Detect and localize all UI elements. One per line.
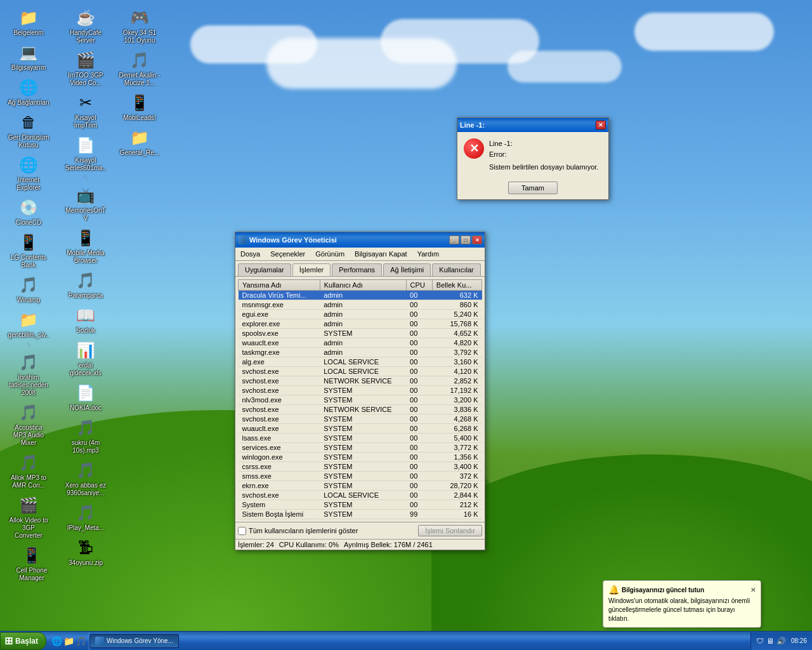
error-close-button[interactable]: ✕	[596, 121, 606, 129]
table-row[interactable]: svchost.exeNETWORK SERVICE003,836 K	[239, 405, 482, 415]
icon-allok-video[interactable]: 🎬 Allok Video to 3GP Converter	[6, 494, 51, 541]
table-row[interactable]: lsass.exeSYSTEM005,400 K	[239, 434, 482, 443]
table-row[interactable]: SystemSYSTEM00212 K	[239, 500, 482, 510]
tab-performans[interactable]: Performans	[332, 263, 382, 276]
start-button[interactable]: ⊞ Başlat	[0, 632, 46, 650]
media-quick-icon[interactable]: 🎵	[75, 636, 86, 646]
icon-gencbilim[interactable]: 📁 gencbilim_siv...	[6, 308, 51, 348]
icon-erdal[interactable]: 📊 erdal gidecek.xls	[63, 339, 108, 378]
icon-ag-baglantilari[interactable]: 🌐 Ağ Bağlantıları	[6, 76, 51, 108]
icon-ibrahim[interactable]: 🎵 ibrahim tatlises neden 2008	[6, 351, 51, 398]
show-all-users-checkbox[interactable]	[238, 527, 246, 535]
table-row[interactable]: wuauclt.exeSYSTEM006,268 K	[239, 424, 482, 434]
icon-okey[interactable]: 🎮 Okey 34 S1 101 Oyunu	[117, 6, 162, 46]
tab-kullanicilar[interactable]: Kullanıcılar	[432, 263, 480, 276]
ie-quick-icon[interactable]: 🌐	[51, 636, 62, 646]
icon-demet[interactable]: 🎵 Demet Akalin - Mucize 1...	[117, 49, 162, 88]
table-row[interactable]: msnmsgr.exeadmin00860 K	[239, 300, 482, 310]
taskbar-task-manager-btn[interactable]: Windows Görev Yöne...	[89, 634, 179, 648]
menu-yardim[interactable]: Yardım	[412, 249, 445, 259]
table-row[interactable]: svchost.exeLOCAL SERVICE002,844 K	[239, 491, 482, 500]
tray-speaker-icon[interactable]: 🔊	[776, 637, 786, 646]
col-name[interactable]: Yansıma Adı	[239, 280, 320, 291]
menu-secenekler[interactable]: Seçenekler	[265, 249, 310, 259]
icon-kisayol-series[interactable]: 📄 Kısayol Series601ma...	[63, 134, 108, 181]
menu-gorunum[interactable]: Görünüm	[310, 249, 350, 259]
table-row[interactable]: svchost.exeSYSTEM0017,192 K	[239, 386, 482, 395]
tab-ag-iletisimi[interactable]: Ağ İletişimi	[383, 263, 431, 276]
icon-belgelerim[interactable]: 📁 Belgelerim	[6, 6, 51, 38]
col-user[interactable]: Kullanıcı Adı	[320, 280, 406, 291]
icon-clonecd[interactable]: 💿 CloneCD	[6, 196, 51, 228]
task-manager-titlebar[interactable]: Windows Görev Yöneticisi _ □ ✕	[235, 232, 485, 248]
table-row[interactable]: wuauclt.exeadmin004,820 K	[239, 338, 482, 348]
icon-34oyunu[interactable]: 🗜 34oyunu.zip	[63, 536, 108, 568]
minimize-button[interactable]: _	[449, 235, 459, 244]
process-cpu: 99	[406, 510, 432, 519]
table-row[interactable]: ekrn.exeSYSTEM0028,720 K	[239, 481, 482, 491]
icon-iplay[interactable]: 🎵 IPlay_Meta...	[63, 501, 108, 533]
process-name: msnmsgr.exe	[239, 300, 320, 310]
table-row[interactable]: alg.exeLOCAL SERVICE003,160 K	[239, 357, 482, 367]
icon-memoriesontv[interactable]: 📺 MemoriesOnTV	[63, 184, 108, 223]
close-button[interactable]: ✕	[472, 235, 482, 244]
col-cpu[interactable]: CPU	[406, 280, 432, 291]
table-row[interactable]: svchost.exeNETWORK SERVICE002,852 K	[239, 376, 482, 386]
icon-allok-mp3[interactable]: 🎵 Allok MP3 to AMR Con...	[6, 451, 51, 491]
icon-sukru[interactable]: 🎵 sukru (4m 10s).mp3	[63, 416, 108, 456]
tab-islemler[interactable]: İşlemler	[292, 263, 331, 276]
icon-internet-explorer[interactable]: 🌐 Internet Explorer	[6, 154, 51, 193]
icon-lg-contents[interactable]: 📱 LG Contents Bank	[6, 231, 51, 270]
icon-acoustica[interactable]: 🎵 Acoustica MP3 Audio Mixer	[6, 401, 51, 448]
process-name: System	[239, 500, 320, 510]
explorer-quick-icon[interactable]: 📁	[63, 636, 74, 646]
table-row[interactable]: winlogon.exeSYSTEM001,356 K	[239, 453, 482, 462]
table-row[interactable]: svchost.exeSYSTEM004,268 K	[239, 415, 482, 424]
icon-general[interactable]: 📁 General_Re...	[117, 126, 162, 158]
status-cpu: CPU Kullanımı: 0%	[279, 541, 339, 548]
icon-handycafe[interactable]: ☕ HandyCafe Server	[63, 6, 108, 46]
menu-bilgisayari-kapat[interactable]: Bilgisayarı Kapat	[350, 249, 412, 259]
table-row[interactable]: csrss.exeSYSTEM003,400 K	[239, 462, 482, 472]
table-row[interactable]: svchost.exeLOCAL SERVICE004,120 K	[239, 367, 482, 376]
col-mem[interactable]: Bellek Ku...	[432, 280, 481, 291]
error-dialog: Line -1: ✕ ✕ Line -1: Error: Sistem beli…	[457, 117, 609, 200]
table-row[interactable]: services.exeSYSTEM003,772 K	[239, 443, 482, 453]
icon-imtoo[interactable]: 🎬 ImTOO 3GP Video Co...	[63, 49, 108, 88]
icon-sozluk[interactable]: 📖 Sozluk	[63, 304, 108, 336]
table-row[interactable]: Sistem Boşta İşlemiSYSTEM9916 K	[239, 510, 482, 519]
table-row[interactable]: spoolsv.exeSYSTEM004,652 K	[239, 329, 482, 338]
tab-uygulamalar[interactable]: Uygulamalar	[238, 263, 291, 276]
notification-close[interactable]: ✕	[750, 587, 756, 594]
icon-winamp[interactable]: 🎵 Winamp	[6, 274, 51, 305]
icon-xero-abbas[interactable]: 🎵 Xero abbas ez 9360saniye...	[63, 459, 108, 498]
table-row[interactable]: smss.exeSYSTEM00372 K	[239, 472, 482, 481]
table-row[interactable]: taskmgr.exeadmin003,792 K	[239, 348, 482, 357]
icon-geri-donusum[interactable]: 🗑 Geri Dönüşüm Kutusu	[6, 111, 51, 150]
maximize-button[interactable]: □	[461, 235, 471, 244]
status-processes: İşlemler: 24	[238, 541, 274, 548]
table-row[interactable]: egui.exeadmin005,240 K	[239, 310, 482, 319]
menu-dosya[interactable]: Dosya	[235, 249, 265, 259]
ok-button[interactable]: Tamam	[508, 182, 558, 194]
icon-cell-phone[interactable]: 📱 Cell Phone Manager	[10, 544, 54, 583]
icon-label: Bilgisayarım	[11, 64, 46, 72]
process-user: SYSTEM	[320, 395, 406, 405]
icon-bilgisayarim[interactable]: 💻 Bilgisayarım	[6, 41, 51, 73]
table-row[interactable]: nlv3mod.exeSYSTEM003,200 K	[239, 395, 482, 405]
icon-paramparca[interactable]: 🎵 Paramparca	[63, 269, 108, 301]
icon-kisayol-imptrim[interactable]: ✂ Kısayol ImpTrim	[63, 91, 108, 131]
icon-mobile-media[interactable]: 📱 Mobile Media Browser	[63, 227, 108, 266]
tray-network-icon[interactable]: 🖥	[766, 637, 774, 646]
icon-label: Geri Dönüşüm Kutusu	[8, 134, 49, 149]
process-name: egui.exe	[239, 310, 320, 319]
error-titlebar[interactable]: Line -1: ✕	[457, 118, 608, 132]
table-row[interactable]: explorer.exeadmin0015,768 K	[239, 319, 482, 329]
folder-icon-2: 📁	[18, 310, 39, 330]
end-process-button[interactable]: İşlemi Sonlandır	[418, 525, 482, 536]
process-name: svchost.exe	[239, 376, 320, 386]
tray-shield-icon[interactable]: 🛡	[756, 637, 764, 646]
icon-nokia[interactable]: 📄 NOKIA.doc	[63, 381, 108, 413]
icon-mobilleads[interactable]: 📱 MobiLeads!	[117, 91, 162, 123]
table-row[interactable]: Dracula Virüs Temi...admin00632 K	[239, 291, 482, 300]
